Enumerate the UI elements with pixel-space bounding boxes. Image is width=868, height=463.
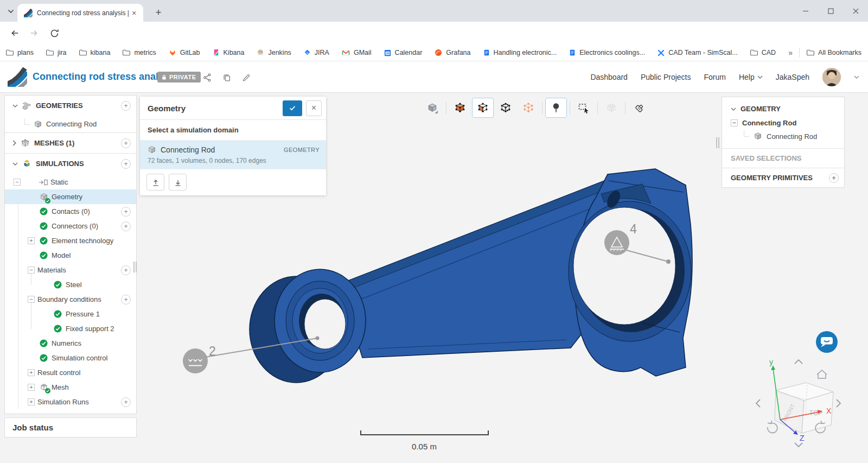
job-status-panel[interactable]: Job status [4, 417, 137, 437]
expand-icon[interactable]: + [28, 237, 35, 244]
reload-button[interactable] [48, 27, 61, 40]
tab-search-button[interactable] [5, 7, 16, 16]
bookmarks-overflow-icon[interactable]: » [788, 48, 793, 57]
select-edges-button[interactable] [495, 98, 516, 118]
bookmark-jenkins[interactable]: Jenkins [256, 48, 291, 57]
collapse-icon[interactable]: − [28, 296, 35, 303]
collapse-toggle[interactable]: − [731, 119, 738, 126]
geometry-primitives-section[interactable]: GEOMETRY PRIMITIVES + [722, 168, 844, 187]
add-mesh-button[interactable]: + [121, 138, 131, 148]
tree-item-pressure-1[interactable]: Pressure 1 [5, 307, 136, 321]
add-geometry-button[interactable]: + [121, 101, 131, 111]
navigation-cube[interactable]: TOP FRONT y X Z [756, 358, 840, 447]
tree-item-simulation-runs[interactable]: +Simulation Runs+ [5, 395, 136, 409]
bookmark-jira[interactable]: JIRA [303, 48, 329, 57]
window-close-button[interactable] [843, 0, 868, 22]
navcube-top-label[interactable]: TOP [809, 409, 822, 417]
left-panel-resize-handle[interactable] [133, 262, 137, 272]
browser-tab[interactable]: Connecting rod stress analysis | × [17, 4, 143, 22]
share-icon[interactable] [202, 72, 213, 83]
rotate-left-arrow[interactable] [756, 399, 760, 407]
nav-dashboard[interactable]: Dashboard [590, 73, 628, 81]
select-mesh-button[interactable] [601, 98, 622, 118]
bookmark-electronics-coolings[interactable]: Electronics coolings... [569, 48, 645, 57]
bookmark-plans[interactable]: plans [5, 49, 34, 56]
bookmark-gitlab[interactable]: GitLab [168, 48, 200, 57]
chevron-down-icon[interactable] [854, 75, 859, 79]
scene-tree-root[interactable]: GEOMETRY [722, 103, 844, 116]
tree-item-model[interactable]: Model [5, 248, 136, 263]
add-connectors-0-button[interactable]: + [121, 221, 131, 231]
bookmark-calendar[interactable]: 29Calendar [384, 49, 423, 57]
rotate-up-arrow[interactable] [795, 360, 802, 364]
tree-item-boundary-conditions[interactable]: −Boundary conditions+ [5, 292, 136, 307]
collapse-icon[interactable]: − [14, 179, 21, 186]
support-chat-button[interactable] [816, 331, 838, 353]
tree-item-materials[interactable]: −Materials+ [5, 263, 136, 277]
nav-public-projects[interactable]: Public Projects [641, 73, 691, 81]
bookmark-kibana[interactable]: Kibana [212, 48, 245, 57]
add-simulation-button[interactable]: + [121, 159, 131, 169]
user-avatar[interactable] [822, 68, 841, 86]
tree-item-steel[interactable]: Steel [5, 277, 136, 292]
tree-item-mesh[interactable]: +Mesh [5, 380, 136, 395]
username-label[interactable]: JakaSpeh [776, 73, 809, 81]
download-button[interactable] [169, 174, 187, 191]
tree-item-element-technology[interactable]: +Element technology [5, 233, 136, 248]
add-materials-button[interactable]: + [121, 265, 131, 275]
back-button[interactable] [8, 27, 21, 40]
add-simulation-runs-button[interactable]: + [121, 397, 131, 407]
select-vertices-button[interactable] [518, 98, 539, 118]
group-meshes[interactable]: MESHES (1) + [5, 133, 136, 153]
expand-icon[interactable]: + [28, 384, 35, 391]
bookmark-gmail[interactable]: GMail [341, 49, 372, 56]
nav-forum[interactable]: Forum [704, 73, 725, 81]
home-view-icon[interactable] [817, 370, 827, 378]
bookmark-cad-team-simscal[interactable]: CAD Team - SimScal... [657, 49, 738, 57]
tree-item-fixed-support-2[interactable]: Fixed support 2 [5, 321, 136, 336]
saved-selections-section[interactable]: SAVED SELECTIONS [722, 148, 844, 168]
close-button[interactable]: × [306, 100, 322, 116]
window-maximize-button[interactable] [818, 0, 843, 22]
bookmark-jira[interactable]: jira [46, 49, 67, 56]
probe-point-button[interactable] [545, 98, 567, 118]
right-panel-resize-handle[interactable] [716, 137, 719, 148]
window-minimize-button[interactable] [793, 0, 818, 22]
tree-item-geometry[interactable]: Geometry [5, 189, 136, 204]
box-select-button[interactable] [573, 98, 595, 118]
tree-item-result-control[interactable]: +Result control [5, 365, 136, 380]
copy-project-icon[interactable] [221, 72, 232, 83]
forward-button[interactable] [28, 27, 41, 40]
group-simulations[interactable]: SIMULATIONS + [5, 154, 136, 174]
bookmark-metrics[interactable]: metrics [122, 49, 156, 56]
scene-tree-parent[interactable]: − Connecting Rod [722, 116, 844, 130]
bookmark-grafana[interactable]: Grafana [434, 48, 470, 57]
simscale-logo[interactable] [8, 67, 27, 87]
measure-button[interactable] [628, 98, 650, 118]
render-modes-button[interactable] [422, 98, 443, 118]
add-contacts-0-button[interactable]: + [121, 207, 131, 217]
rotate-ccw-icon[interactable] [768, 421, 777, 433]
select-volumes-button[interactable] [449, 98, 471, 118]
expand-icon[interactable]: + [28, 398, 35, 405]
rotate-down-arrow[interactable] [795, 443, 802, 447]
tree-item-connecting-rod[interactable]: Connecting Rod [5, 116, 136, 132]
tab-close-icon[interactable]: × [129, 8, 139, 18]
add-boundary-conditions-button[interactable]: + [121, 295, 131, 305]
edit-pencil-icon[interactable] [241, 72, 252, 83]
tree-item-contacts-0[interactable]: Contacts (0)+ [5, 204, 136, 219]
select-faces-button[interactable] [472, 98, 494, 118]
tree-item-simulation-control[interactable]: Simulation control [5, 351, 136, 365]
bookmark-handling-electronic[interactable]: Handling electronic... [483, 48, 557, 57]
rotate-right-arrow[interactable] [837, 399, 840, 407]
confirm-button[interactable] [283, 100, 302, 116]
expand-icon[interactable]: + [28, 369, 35, 376]
tree-item-static[interactable]: −Static [5, 175, 136, 189]
add-primitive-button[interactable]: + [829, 173, 839, 183]
nav-help[interactable]: Help [739, 73, 763, 81]
scene-tree-child[interactable]: Connecting Rod [722, 130, 844, 143]
tree-item-connectors-0[interactable]: Connectors (0)+ [5, 219, 136, 233]
collapse-icon[interactable]: − [28, 267, 35, 274]
bookmark-cad[interactable]: CAD [750, 49, 776, 56]
new-tab-button[interactable]: + [151, 5, 166, 20]
